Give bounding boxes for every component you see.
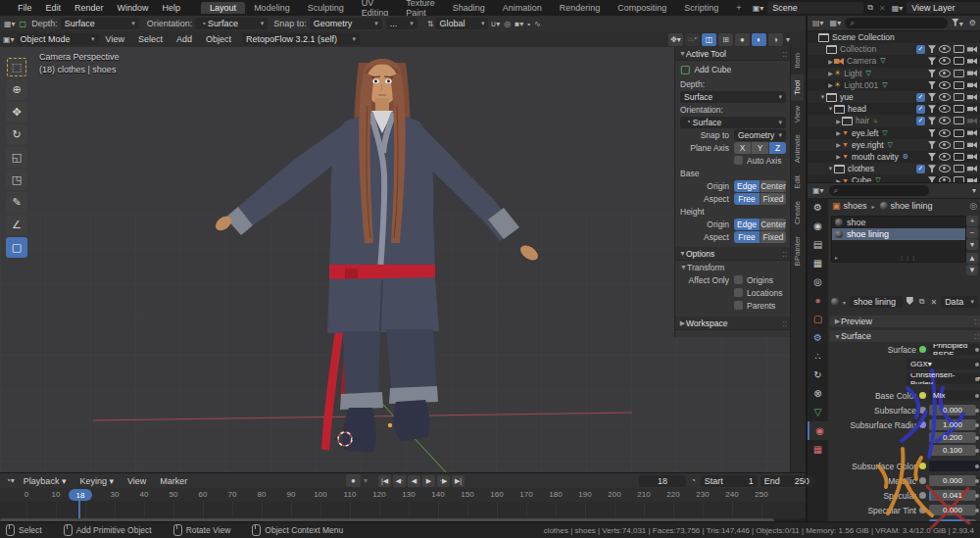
menu-file[interactable]: File xyxy=(11,3,39,13)
outliner-row-eye-right[interactable]: ▶▼eye.right▽ xyxy=(808,139,980,151)
disable-render-icon[interactable] xyxy=(967,94,977,101)
menu-edit[interactable]: Edit xyxy=(39,3,69,13)
material-slot-shoe-lining[interactable]: shoe lining xyxy=(832,228,965,240)
outliner-display-mode-icon[interactable]: ▤▾ xyxy=(812,19,824,27)
properties-tab-physics[interactable]: ↻ xyxy=(808,366,828,384)
current-frame-field[interactable]: 18 xyxy=(639,475,686,487)
animate-dot[interactable] xyxy=(975,509,979,513)
transport-play[interactable]: ▶ xyxy=(422,475,435,487)
disable-render-icon[interactable] xyxy=(967,58,977,65)
expand-arrow-icon[interactable]: ▼ xyxy=(827,166,834,171)
copy-material-icon[interactable]: ⧉ xyxy=(919,297,925,307)
options-panel-header[interactable]: ▼Options:: xyxy=(675,247,791,261)
expand-arrow-icon[interactable]: ▶ xyxy=(835,118,842,124)
snap-to-dropdown[interactable]: Geometry▾ xyxy=(310,18,382,29)
expand-arrow-icon[interactable]: ▼ xyxy=(827,106,834,112)
viewport-menu-object[interactable]: Object xyxy=(199,34,238,44)
vector-value-field[interactable]: 0.200 xyxy=(929,432,976,443)
npanel-tab-animate[interactable]: Animate xyxy=(791,128,804,169)
exclude-checkbox[interactable]: ✓ xyxy=(916,165,925,173)
slot-list-grip[interactable]: ⋮⋮⋮ xyxy=(899,254,916,261)
breadcrumb-object[interactable]: shoes xyxy=(844,201,867,211)
transport-jump-start[interactable]: |◀ xyxy=(378,475,391,487)
dropdown-field[interactable]: GGX▾ xyxy=(906,359,980,369)
active-tool-panel-header[interactable]: ▼Active Tool :: xyxy=(675,47,791,61)
decorator-dot[interactable] xyxy=(919,463,926,469)
fake-user-shield-icon[interactable] xyxy=(906,297,913,307)
hide-eye-icon[interactable] xyxy=(939,70,951,77)
disable-viewport-icon[interactable] xyxy=(954,153,964,161)
exclude-checkbox[interactable]: ✓ xyxy=(916,117,925,125)
selectability-filter-icon[interactable] xyxy=(928,93,936,101)
npanel-tab-item[interactable]: Item xyxy=(791,47,804,74)
tool-transform[interactable]: ◳ xyxy=(6,170,27,190)
animate-dot[interactable] xyxy=(975,436,979,440)
outliner-row-hair[interactable]: ▶hair≈✓ xyxy=(808,115,980,126)
snap-magnet-icon[interactable]: ∪▾ xyxy=(490,20,500,28)
mode-dropdown[interactable]: Object Mode▾ xyxy=(17,33,99,45)
properties-tab-constraints[interactable]: ⊗ xyxy=(808,384,828,403)
seg-h-origin-option-edge[interactable]: Edge xyxy=(734,219,760,230)
proportional-editing-icon[interactable]: • xyxy=(527,20,530,28)
material-browse-icon[interactable] xyxy=(831,298,839,306)
slot-list-expand-icon[interactable]: ▸ xyxy=(835,254,838,261)
tool-measure[interactable]: ∠ xyxy=(6,215,27,235)
tool-rotate[interactable]: ↻ xyxy=(6,124,27,145)
tab-compositing[interactable]: Compositing xyxy=(609,2,675,14)
menu-render[interactable]: Render xyxy=(68,3,111,13)
outliner-row-yue[interactable]: ▼yue✓ xyxy=(808,91,980,103)
tab-rendering[interactable]: Rendering xyxy=(551,2,610,14)
outliner-search-input[interactable]: ⌕ xyxy=(845,18,948,28)
exclude-checkbox[interactable]: ✓ xyxy=(916,45,925,54)
animate-dot[interactable] xyxy=(975,494,979,498)
animate-dot[interactable] xyxy=(975,423,979,427)
view-layer-icon[interactable]: ▦▾ xyxy=(892,4,904,13)
scene-selector[interactable]: Scene xyxy=(767,2,863,14)
vector-value-field[interactable]: 1.000 xyxy=(929,419,976,430)
transform-orientation-dropdown[interactable]: Global▾ xyxy=(435,18,488,29)
seg-base-origin-option-center[interactable]: Center xyxy=(760,180,786,192)
affect-locations-checkbox[interactable] xyxy=(734,288,743,297)
decorator-dot[interactable] xyxy=(919,492,926,499)
expand-arrow-icon[interactable]: ▶ xyxy=(835,153,842,160)
disable-render-icon[interactable] xyxy=(967,141,977,148)
disable-render-icon[interactable] xyxy=(967,46,977,53)
material-slot-shoe[interactable]: shoe xyxy=(832,217,965,228)
tool-cursor[interactable]: ⊕ xyxy=(6,79,27,100)
keying-set-dropdown-icon[interactable]: ▾ xyxy=(364,476,368,485)
animate-dot[interactable] xyxy=(975,363,979,367)
outliner-row-clothes[interactable]: ▼clothes✓ xyxy=(808,163,980,174)
hide-eye-icon[interactable] xyxy=(939,129,951,137)
npanel-tab-tool[interactable]: Tool xyxy=(791,74,804,101)
menu-help[interactable]: Help xyxy=(156,3,188,13)
disable-render-icon[interactable] xyxy=(967,70,977,76)
close-scene-icon[interactable]: ✕ xyxy=(879,4,886,13)
properties-filter-icon[interactable]: ▾ xyxy=(972,186,976,195)
hide-eye-icon[interactable] xyxy=(939,165,951,172)
disable-viewport-icon[interactable] xyxy=(954,45,964,53)
properties-search-input[interactable]: ⌕ xyxy=(829,185,929,196)
outliner-filter-icon[interactable]: ▾ xyxy=(952,19,963,28)
properties-tab-material[interactable]: ◉ xyxy=(808,421,830,440)
affect-parents-checkbox[interactable] xyxy=(734,301,743,310)
disable-render-icon[interactable] xyxy=(967,106,977,113)
surface-panel-header[interactable]: ▼Surface:: xyxy=(830,330,980,342)
tab-layout[interactable]: Layout xyxy=(201,2,245,14)
playhead[interactable]: 18 xyxy=(69,489,92,501)
outliner-sync-icon[interactable]: ▦▾ xyxy=(830,19,842,27)
view-layer-selector[interactable]: View Layer xyxy=(906,2,980,14)
properties-tab-world[interactable]: ● xyxy=(808,291,828,310)
seg-h-aspect-option-fixed[interactable]: Fixed xyxy=(760,231,786,243)
viewport-menu-select[interactable]: Select xyxy=(131,34,170,44)
vector-value-field[interactable]: 0.100 xyxy=(929,445,976,456)
timeline-menu-keying[interactable]: Keying ▾ xyxy=(73,476,121,486)
selectability-filter-icon[interactable] xyxy=(928,70,936,77)
disable-render-icon[interactable] xyxy=(967,118,977,124)
properties-tab-output[interactable]: ▤ xyxy=(808,235,828,254)
np-snap-dropdown[interactable]: Geometry▾ xyxy=(734,129,786,141)
disable-viewport-icon[interactable] xyxy=(954,117,964,124)
seg-base-aspect-option-fixed[interactable]: Fixed xyxy=(760,193,786,205)
decorator-dot[interactable] xyxy=(919,407,926,414)
decorator-dot[interactable] xyxy=(919,392,926,399)
selectability-filter-icon[interactable] xyxy=(928,153,936,161)
